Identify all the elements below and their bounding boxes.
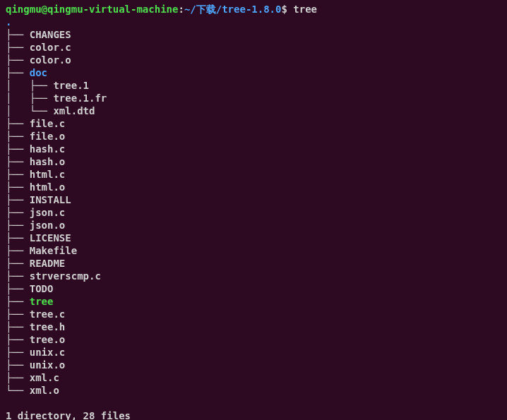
file-name: xml.dtd: [53, 105, 95, 116]
file-name: file.c: [30, 118, 66, 129]
tree-output: ├── CHANGES├── color.c├── color.o├── doc…: [6, 28, 501, 397]
file-name: html.o: [30, 181, 66, 193]
tree-entry: ├── strverscmp.c: [6, 270, 501, 282]
tree-prefix: ├──: [6, 308, 30, 320]
file-name: strverscmp.c: [30, 270, 101, 282]
typed-command[interactable]: tree: [293, 4, 317, 15]
tree-entry: ├── tree.c: [6, 308, 501, 320]
directory-name: doc: [30, 67, 47, 78]
tree-prefix: ├──: [6, 321, 30, 332]
tree-entry: ├── color.o: [6, 54, 501, 66]
file-name: TODO: [30, 283, 54, 294]
tree-entry: ├── json.c: [6, 206, 501, 219]
tree-entry: │ └── xml.dtd: [6, 104, 501, 117]
blank-line: [6, 397, 501, 409]
file-name: color.o: [30, 54, 71, 66]
cwd-path: ~/下载/tree-1.8.0: [184, 4, 282, 15]
file-name: file.o: [30, 131, 66, 142]
tree-prefix: ├──: [6, 29, 30, 40]
file-name: LICENSE: [30, 232, 71, 244]
prompt-dollar: $: [281, 4, 293, 15]
tree-entry: ├── INSTALL: [6, 193, 501, 206]
tree-entry: ├── unix.c: [6, 346, 501, 359]
tree-prefix: ├──: [6, 156, 30, 167]
tree-root-dot: .: [6, 16, 501, 28]
tree-summary: 1 directory, 28 files: [6, 409, 501, 420]
file-name: unix.c: [30, 347, 66, 358]
tree-prefix: ├──: [6, 181, 30, 193]
tree-prefix: ├──: [6, 194, 30, 205]
file-name: tree.h: [30, 321, 66, 332]
tree-entry: │ ├── tree.1: [6, 79, 501, 92]
file-name: CHANGES: [30, 29, 71, 40]
tree-prefix: ├──: [6, 131, 30, 142]
tree-entry: ├── hash.c: [6, 143, 501, 155]
tree-prefix: ├──: [6, 359, 30, 371]
tree-prefix: │ └──: [6, 105, 53, 116]
tree-entry: ├── LICENSE: [6, 232, 501, 244]
tree-prefix: ├──: [6, 220, 30, 231]
tree-prefix: ├──: [6, 258, 30, 269]
tree-entry: ├── Makefile: [6, 244, 501, 257]
prompt-colon: :: [178, 4, 184, 15]
file-name: tree.o: [30, 334, 66, 345]
file-name: README: [30, 258, 66, 269]
tree-entry: ├── color.c: [6, 41, 501, 54]
tree-entry: ├── CHANGES: [6, 28, 501, 41]
tree-prefix: ├──: [6, 296, 30, 307]
tree-prefix: │ ├──: [6, 80, 53, 91]
file-name: tree.1.fr: [53, 92, 107, 104]
shell-prompt-line: qingmu@qingmu-virtual-machine:~/下载/tree-…: [6, 3, 501, 16]
tree-prefix: ├──: [6, 143, 30, 155]
tree-entry: ├── tree: [6, 295, 501, 308]
file-name: xml.c: [30, 372, 59, 383]
file-name: tree.c: [30, 308, 66, 320]
tree-prefix: │ ├──: [6, 92, 53, 104]
tree-prefix: ├──: [6, 283, 30, 294]
tree-prefix: ├──: [6, 207, 30, 218]
tree-entry: ├── README: [6, 257, 501, 270]
tree-entry: ├── doc: [6, 66, 501, 79]
tree-entry: ├── xml.c: [6, 371, 501, 384]
tree-prefix: ├──: [6, 54, 30, 66]
tree-prefix: ├──: [6, 372, 30, 383]
file-name: hash.o: [30, 156, 66, 167]
file-name: INSTALL: [30, 194, 71, 205]
tree-entry: ├── html.c: [6, 168, 501, 181]
tree-prefix: └──: [6, 385, 30, 396]
file-name: json.o: [30, 220, 66, 231]
file-name: json.c: [30, 207, 66, 218]
tree-entry: │ ├── tree.1.fr: [6, 92, 501, 104]
file-name: html.c: [30, 169, 66, 180]
tree-entry: ├── TODO: [6, 282, 501, 295]
tree-entry: ├── file.c: [6, 117, 501, 130]
executable-name: tree: [30, 296, 54, 307]
file-name: hash.c: [30, 143, 66, 155]
tree-entry: ├── tree.o: [6, 333, 501, 346]
tree-entry: └── xml.o: [6, 384, 501, 397]
tree-prefix: ├──: [6, 42, 30, 53]
file-name: unix.o: [30, 359, 66, 371]
tree-prefix: ├──: [6, 270, 30, 282]
file-name: Makefile: [30, 245, 77, 256]
tree-prefix: ├──: [6, 118, 30, 129]
tree-entry: ├── unix.o: [6, 359, 501, 371]
tree-prefix: ├──: [6, 232, 30, 244]
tree-prefix: ├──: [6, 334, 30, 345]
tree-entry: ├── hash.o: [6, 155, 501, 168]
tree-prefix: ├──: [6, 245, 30, 256]
tree-prefix: ├──: [6, 347, 30, 358]
file-name: color.c: [30, 42, 71, 53]
tree-entry: ├── tree.h: [6, 320, 501, 333]
user-host: qingmu@qingmu-virtual-machine: [6, 4, 178, 15]
tree-entry: ├── json.o: [6, 219, 501, 232]
file-name: xml.o: [30, 385, 59, 396]
tree-prefix: ├──: [6, 169, 30, 180]
tree-prefix: ├──: [6, 67, 30, 78]
file-name: tree.1: [53, 80, 89, 91]
tree-entry: ├── file.o: [6, 130, 501, 143]
tree-entry: ├── html.o: [6, 181, 501, 193]
